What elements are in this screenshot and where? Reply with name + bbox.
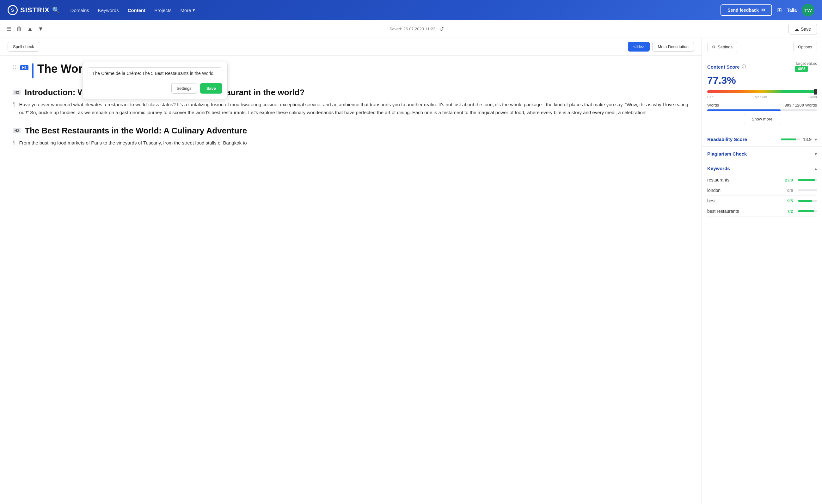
options-button[interactable]: Options <box>793 42 817 52</box>
keyword-right: 7/2 <box>787 209 817 214</box>
keyword-list: restaurants 23/8 london 0/6 best 9/5 bes… <box>707 175 817 216</box>
chevron-right-icon[interactable]: ▾ <box>815 137 817 142</box>
readability-title: Readability Score <box>707 137 747 142</box>
popup-save-button[interactable]: Save <box>200 83 222 94</box>
score-percent: 77.3% <box>707 75 817 86</box>
toolbar: ☰ 🗑 ▲ ▼ Saved: 26.07.2023 11:22 ↺ ☁ Save <box>0 20 822 38</box>
logo: S SISTRIX 🔍 <box>8 5 60 15</box>
nav-keywords[interactable]: Keywords <box>98 6 119 14</box>
keyword-row: best restaurants 7/2 <box>707 206 817 216</box>
keywords-title: Keywords <box>707 166 730 171</box>
readability-section: Readability Score 13.9 ▾ <box>702 132 822 147</box>
progress-indicator <box>814 89 817 94</box>
sidebar-header: ⚙ Settings Options <box>702 38 822 56</box>
title-popup: Settings Save <box>82 62 228 99</box>
paragraph-1[interactable]: Have you ever wondered what elevates a r… <box>19 100 689 117</box>
keyword-bar <box>798 200 817 202</box>
list-icon[interactable]: ☰ <box>5 24 13 34</box>
keyword-count: 7/2 <box>787 209 793 214</box>
arrow-up-icon[interactable]: ▲ <box>26 24 34 33</box>
keyword-row: best 9/5 <box>707 196 817 206</box>
logo-icon: S <box>8 5 18 15</box>
user-name: Talia <box>787 8 797 13</box>
title-input[interactable] <box>88 67 222 79</box>
info-icon: ⓘ <box>742 64 746 70</box>
progress-bar <box>707 90 817 93</box>
words-row: Words 803 / 1200 Words <box>707 103 817 107</box>
chevron-keywords-icon[interactable]: ▴ <box>815 166 817 171</box>
nav-content[interactable]: Content <box>128 6 146 14</box>
para-row-1: ¶ Have you ever wondered what elevates a… <box>13 100 689 117</box>
keyword-row: restaurants 23/8 <box>707 175 817 185</box>
keyword-right: 23/8 <box>785 178 817 182</box>
toolbar-center: Saved: 26.07.2023 11:22 ↺ <box>49 26 785 33</box>
email-icon: ✉ <box>761 8 765 13</box>
chevron-plagiarism-icon[interactable]: ▾ <box>815 151 817 156</box>
plagiarism-section: Plagiarism Check ▾ <box>702 147 822 161</box>
progress-track <box>707 90 817 93</box>
drag-handle[interactable]: ⠿ <box>13 64 16 70</box>
readability-bar <box>781 138 800 140</box>
tab-bar: <title> Meta Description <box>628 42 694 52</box>
popup-actions: Settings Save <box>88 83 222 94</box>
nav-more[interactable]: More ▾ <box>180 6 195 14</box>
keyword-name: restaurants <box>707 177 729 182</box>
paragraph-icon-1: ¶ <box>13 102 15 107</box>
score-header: Content Score ⓘ Target value: 40% <box>707 61 817 72</box>
keyword-name: best <box>707 198 716 203</box>
avatar[interactable]: TW <box>802 4 814 16</box>
toolbar-left: ☰ 🗑 ▲ ▼ <box>5 24 45 34</box>
keywords-header: Keywords ▴ <box>707 166 817 171</box>
keyword-bar <box>798 210 817 212</box>
keyword-count: 23/8 <box>785 178 793 182</box>
saved-text: Saved: 26.07.2023 11:22 <box>390 27 435 31</box>
sidebar: ⚙ Settings Options Content Score ⓘ Targe… <box>702 38 822 504</box>
keyword-bar <box>798 189 817 191</box>
keyword-name: best restaurants <box>707 209 739 214</box>
words-count: 803 / 1200 Words <box>785 103 817 107</box>
h1-badge: H1 <box>20 65 28 70</box>
keyword-count: 9/5 <box>787 198 793 203</box>
nav-links: Domains Keywords Content Projects More ▾ <box>70 6 711 14</box>
tab-title[interactable]: <title> <box>628 42 650 52</box>
content-score-section: Content Score ⓘ Target value: 40% 77.3% … <box>702 56 822 132</box>
show-more-button[interactable]: Show more <box>744 114 781 124</box>
spell-check-button[interactable]: Spell check <box>8 42 39 52</box>
undo-icon[interactable]: ↺ <box>439 26 444 33</box>
save-button[interactable]: ☁ Save <box>789 24 817 34</box>
spell-check-bar: Spell check <title> Meta Description <box>0 38 702 56</box>
chevron-down-icon: ▾ <box>192 7 195 13</box>
keyword-name: london <box>707 188 721 193</box>
logo-text: SISTRIX <box>20 6 50 14</box>
editor-content: ⠿ H1 The World's Best Settings Save H2 I… <box>0 56 702 155</box>
target-value-area: Target value: 40% <box>795 61 817 72</box>
feedback-label: Send feedback <box>728 8 759 13</box>
arrow-down-icon[interactable]: ▼ <box>37 24 45 33</box>
nav-domains[interactable]: Domains <box>70 6 89 14</box>
main-layout: Spell check <title> Meta Description ⠿ H… <box>0 38 822 504</box>
readability-fill <box>781 138 796 140</box>
popup-settings-button[interactable]: Settings <box>171 83 197 94</box>
gear-icon: ⚙ <box>712 45 716 49</box>
toolbar-right: ☁ Save <box>789 24 817 34</box>
grid-icon[interactable]: ⊞ <box>777 7 782 14</box>
keyword-fill <box>798 179 815 181</box>
keyword-right: 0/6 <box>787 188 817 193</box>
tab-meta-description[interactable]: Meta Description <box>652 42 694 52</box>
h1-row: ⠿ H1 The World's Best Settings Save <box>13 62 689 78</box>
para-row-2: ¶ From the bustling food markets of Pari… <box>13 139 689 147</box>
keyword-fill <box>798 200 812 202</box>
settings-button[interactable]: ⚙ Settings <box>707 42 737 52</box>
h2-text-2[interactable]: The Best Restaurants in the World: A Cul… <box>25 125 247 136</box>
readability-right: 13.9 ▾ <box>781 137 817 142</box>
keyword-fill <box>798 210 814 212</box>
readability-score: 13.9 <box>803 137 812 142</box>
paragraph-2[interactable]: From the bustling food markets of Paris … <box>19 139 689 147</box>
send-feedback-button[interactable]: Send feedback ✉ <box>721 4 772 16</box>
target-value: 40% <box>795 66 808 72</box>
trash-icon[interactable]: 🗑 <box>15 24 23 33</box>
keyword-bar <box>798 179 817 181</box>
editor-area: Spell check <title> Meta Description ⠿ H… <box>0 38 702 504</box>
nav-projects[interactable]: Projects <box>154 6 171 14</box>
keyword-row: london 0/6 <box>707 185 817 196</box>
